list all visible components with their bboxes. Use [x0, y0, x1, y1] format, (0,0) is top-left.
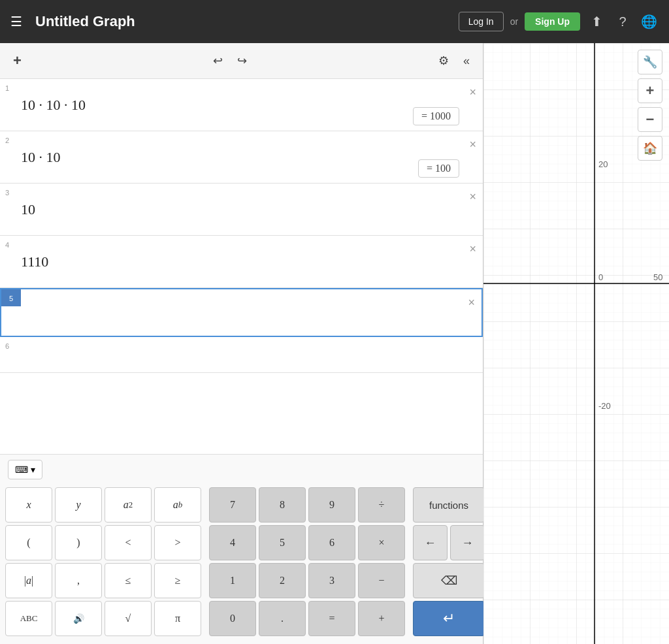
keyboard-grid: x y a2 ab ( ) < > |a| , ≤ ≥ ABC 🔊 √ π	[0, 485, 483, 644]
key-dot[interactable]: .	[259, 601, 306, 636]
arrow-keys-row: ← →	[413, 525, 485, 560]
expr-content-3[interactable]: 10	[14, 184, 483, 235]
svg-text:20: 20	[598, 159, 608, 169]
svg-text:-20: -20	[598, 401, 611, 411]
right-keys-section: functions ← → ⌫ ↵	[413, 487, 485, 636]
expr-close-4[interactable]: ×	[469, 242, 476, 256]
menu-icon[interactable]: ☰	[10, 14, 22, 29]
key-x[interactable]: x	[5, 487, 52, 523]
collapse-panel-button[interactable]: «	[459, 52, 474, 71]
home-button[interactable]: 🏠	[638, 136, 662, 161]
expr-close-2[interactable]: ×	[469, 138, 476, 152]
undo-button[interactable]: ↩	[209, 51, 227, 71]
expr-close-5[interactable]: ×	[468, 296, 475, 310]
key-divide[interactable]: ÷	[358, 487, 405, 523]
expr-result-1: = 1000	[413, 107, 459, 125]
help-icon[interactable]: ?	[613, 14, 632, 29]
settings-button[interactable]: ⚙	[434, 51, 453, 71]
num-keys-section: 7 8 9 ÷ 4 5 6 × 1 2 3 − 0 . = +	[209, 487, 405, 636]
expr-number-2: 2	[0, 131, 14, 148]
app-title: Untitled Graph	[35, 13, 451, 30]
expr-result-2: = 100	[418, 159, 459, 178]
expr-content-2[interactable]: 10 · 10	[14, 131, 483, 183]
share-icon[interactable]: ⬆	[587, 14, 606, 29]
key-9[interactable]: 9	[308, 487, 355, 523]
graph-area[interactable]: 🔧 + − 🏠	[483, 43, 669, 644]
header-right: Log In or Sign Up ⬆ ? 🌐	[459, 12, 659, 31]
keyboard-icon: ⌨	[15, 464, 28, 475]
key-6[interactable]: 6	[308, 525, 355, 560]
main-layout: + ↩ ↪ ⚙ « 1 10 · 10 · 10 = 1000 × 2 10 ·…	[0, 43, 669, 644]
key-minus[interactable]: −	[358, 563, 405, 598]
language-icon[interactable]: 🌐	[639, 14, 659, 29]
expression-row-4: 4 1110 ×	[0, 236, 483, 288]
arrow-right-button[interactable]: →	[450, 525, 485, 560]
key-close-paren[interactable]: )	[55, 525, 102, 560]
arrow-left-button[interactable]: ←	[413, 525, 448, 560]
delete-icon: ⌫	[441, 573, 457, 588]
zoom-out-button[interactable]: −	[638, 107, 662, 132]
key-5[interactable]: 5	[259, 525, 306, 560]
key-leq[interactable]: ≤	[105, 563, 152, 598]
functions-button[interactable]: functions	[413, 487, 485, 523]
header: ☰ Untitled Graph Log In or Sign Up ⬆ ? 🌐	[0, 0, 669, 43]
expr-close-3[interactable]: ×	[469, 190, 476, 204]
keyboard-toggle-row: ⌨ ▾	[0, 455, 483, 485]
key-plus[interactable]: +	[358, 601, 405, 636]
or-label: or	[510, 16, 518, 27]
expr-content-4[interactable]: 1110	[14, 236, 483, 287]
add-expression-button[interactable]: +	[9, 50, 25, 72]
expr-content-6[interactable]	[14, 337, 483, 372]
expr-number-6: 6	[0, 337, 14, 354]
key-open-paren[interactable]: (	[5, 525, 52, 560]
enter-icon: ↵	[443, 610, 455, 627]
svg-text:0: 0	[598, 272, 603, 282]
key-comma[interactable]: ,	[55, 563, 102, 598]
expr-number-4: 4	[0, 236, 14, 253]
enter-button[interactable]: ↵	[413, 601, 485, 636]
expr-number-1: 1	[0, 79, 14, 96]
key-less-than[interactable]: <	[105, 525, 152, 560]
zoom-in-button[interactable]: +	[638, 78, 662, 103]
key-y[interactable]: y	[55, 487, 102, 523]
expression-row-3: 3 10 ×	[0, 184, 483, 236]
redo-button[interactable]: ↪	[233, 51, 251, 71]
key-greater-than[interactable]: >	[154, 525, 201, 560]
key-sqrt[interactable]: √	[105, 601, 152, 636]
key-8[interactable]: 8	[259, 487, 306, 523]
expr-input-5[interactable]	[27, 304, 475, 321]
key-1[interactable]: 1	[209, 563, 256, 598]
expr-content-5[interactable]	[21, 289, 481, 336]
signup-button[interactable]: Sign Up	[525, 12, 580, 31]
key-0[interactable]: 0	[209, 601, 256, 636]
key-4[interactable]: 4	[209, 525, 256, 560]
key-multiply[interactable]: ×	[358, 525, 405, 560]
alpha-keys-section: x y a2 ab ( ) < > |a| , ≤ ≥ ABC 🔊 √ π	[5, 487, 201, 636]
keyboard-toggle-button[interactable]: ⌨ ▾	[8, 460, 42, 479]
toolbar: + ↩ ↪ ⚙ «	[0, 43, 483, 79]
key-3[interactable]: 3	[308, 563, 355, 598]
key-a-squared[interactable]: a2	[105, 487, 152, 523]
wrench-button[interactable]: 🔧	[638, 50, 662, 74]
key-a-power-b[interactable]: ab	[154, 487, 201, 523]
key-pi[interactable]: π	[154, 601, 201, 636]
svg-text:50: 50	[653, 272, 662, 282]
delete-button[interactable]: ⌫	[413, 563, 485, 598]
key-geq[interactable]: ≥	[154, 563, 201, 598]
key-2[interactable]: 2	[259, 563, 306, 598]
right-panel: 🔧 + − 🏠	[483, 43, 669, 644]
expression-row-6: 6	[0, 337, 483, 373]
key-7[interactable]: 7	[209, 487, 256, 523]
expr-number-3: 3	[0, 184, 14, 201]
key-sound[interactable]: 🔊	[55, 601, 102, 636]
expression-row-5: 5 ×	[0, 288, 483, 337]
expr-number-5: 5	[1, 289, 21, 306]
keyboard-arrow-icon: ▾	[31, 464, 35, 475]
login-button[interactable]: Log In	[459, 12, 504, 31]
key-abs-value[interactable]: |a|	[5, 563, 52, 598]
key-equals[interactable]: =	[308, 601, 355, 636]
expr-close-1[interactable]: ×	[469, 86, 476, 99]
key-abc[interactable]: ABC	[5, 601, 52, 636]
graph-tools: 🔧 + − 🏠	[638, 50, 662, 161]
left-panel: + ↩ ↪ ⚙ « 1 10 · 10 · 10 = 1000 × 2 10 ·…	[0, 43, 483, 644]
